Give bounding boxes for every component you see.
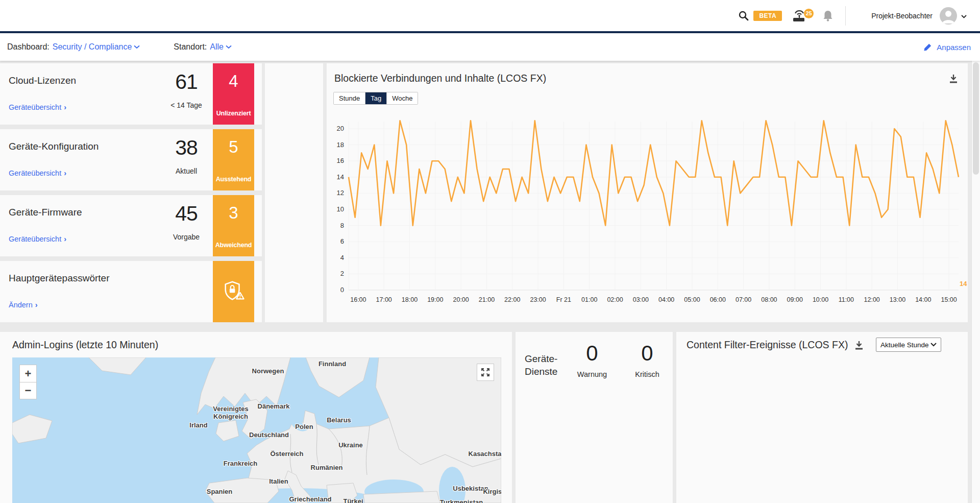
chevron-down-icon xyxy=(134,45,140,49)
status-badge: 4Unlizenziert xyxy=(213,63,254,125)
chart-title: Blockierte Verbindungen und Inhalte (LCO… xyxy=(334,73,546,84)
card-title: Geräte-Konfiguration xyxy=(9,141,99,152)
notifications-bell-icon[interactable] xyxy=(822,9,834,22)
y-tick-label: 18 xyxy=(327,141,344,149)
page-scrollbar[interactable] xyxy=(971,61,980,503)
y-tick-label: 20 xyxy=(327,125,344,132)
download-icon[interactable] xyxy=(948,74,959,86)
warnung-metric: 0 Warnung xyxy=(564,341,620,378)
empty-widget xyxy=(265,63,323,322)
expand-icon xyxy=(481,368,490,377)
y-tick-label: 6 xyxy=(327,237,344,245)
user-name: Projekt-Beobachter xyxy=(871,12,933,20)
topbar-divider xyxy=(845,6,846,26)
tab-stunde[interactable]: Stunde xyxy=(334,92,365,104)
map-graphic xyxy=(12,357,501,503)
chart-range-tabs: StundeTagWoche xyxy=(333,92,418,105)
shield-lock-warning-icon xyxy=(222,279,246,305)
time-range-select[interactable]: Aktuelle Stunde xyxy=(876,338,941,352)
y-tick-label: 8 xyxy=(327,222,344,229)
dashboard-content: Cloud-Lizenzen Geräteübersicht› 61< 14 T… xyxy=(0,61,980,503)
geraeteuebersicht-link[interactable]: Geräteübersicht› xyxy=(9,103,66,111)
card-title: Cloud-Lizenzen xyxy=(9,75,76,86)
dashboard-select[interactable]: Security / Compliance xyxy=(53,42,140,52)
status-badge: 3Abweichend xyxy=(213,195,254,256)
map-title: Admin-Logins (letzte 10 Minuten) xyxy=(12,339,158,351)
x-tick-label: 15:00 xyxy=(934,296,964,303)
europe-map[interactable]: FinnlandNorwegenDänemarkVereinigtes Köni… xyxy=(12,357,501,503)
tab-woche[interactable]: Woche xyxy=(387,92,418,104)
chevron-right-icon: › xyxy=(64,169,66,177)
chart-current-value: 14 xyxy=(960,280,967,288)
beta-badge: BETA xyxy=(753,11,782,21)
kritisch-metric: 0 Kritisch xyxy=(619,341,675,378)
y-tick-label: 10 xyxy=(327,205,344,213)
chart-x-axis: 16:0017:0018:0019:0020:0021:0022:0023:00… xyxy=(349,296,959,305)
anpassen-button[interactable]: Anpassen xyxy=(923,43,973,52)
chevron-right-icon: › xyxy=(64,103,66,111)
card-hauptgeraetepasswoerter: Hauptgerätepasswörter Ändern› xyxy=(0,261,262,322)
avatar xyxy=(940,7,957,25)
topbar: BETA 25 Projekt-Beobachter xyxy=(0,0,980,33)
standort-label: Standort: xyxy=(174,42,207,52)
tab-tag[interactable]: Tag xyxy=(365,92,387,104)
chevron-right-icon: › xyxy=(64,235,66,243)
line-chart xyxy=(349,122,959,290)
device-count-badge: 25 xyxy=(804,9,814,18)
chevron-right-icon: › xyxy=(35,301,38,309)
y-tick-label: 2 xyxy=(327,270,344,277)
search-icon[interactable] xyxy=(738,10,749,21)
geraete-dienste-panel: Geräte-Dienste 0 Warnung 0 Kritisch xyxy=(516,332,673,503)
dashboard-toolbar: Dashboard: Security / Compliance Standor… xyxy=(0,33,980,61)
dashboard-label: Dashboard: xyxy=(7,42,50,52)
geraeteuebersicht-link[interactable]: Geräteübersicht› xyxy=(9,235,66,243)
admin-logins-panel: Admin-Logins (letzte 10 Minuten) xyxy=(0,332,512,503)
panel-title: Geräte-Dienste xyxy=(525,352,557,378)
geraeteuebersicht-link[interactable]: Geräteübersicht› xyxy=(9,169,66,177)
y-tick-label: 14 xyxy=(327,173,344,181)
map-zoom-out-button[interactable]: − xyxy=(19,382,37,399)
panel-title: Content Filter-Ereignisse (LCOS FX) xyxy=(687,339,848,351)
chart-y-axis: 02468101214161820 xyxy=(327,122,344,290)
pencil-icon xyxy=(923,43,932,52)
chevron-down-icon xyxy=(226,45,232,49)
user-menu[interactable]: Projekt-Beobachter xyxy=(858,7,967,25)
scrollbar-thumb[interactable] xyxy=(973,62,979,175)
chevron-down-icon xyxy=(961,11,967,20)
y-tick-label: 4 xyxy=(327,254,344,261)
download-icon[interactable] xyxy=(854,340,864,352)
device-status-button[interactable]: 25 xyxy=(791,8,807,24)
y-tick-label: 12 xyxy=(327,189,344,197)
map-fullscreen-button[interactable] xyxy=(477,364,494,381)
aendern-link[interactable]: Ändern› xyxy=(9,301,38,309)
card-title: Hauptgerätepasswörter xyxy=(9,273,110,284)
card-cloud-lizenzen: Cloud-Lizenzen Geräteübersicht› 61< 14 T… xyxy=(0,63,262,125)
y-tick-label: 16 xyxy=(327,157,344,164)
content-filter-panel: Content Filter-Ereignisse (LCOS FX) Aktu… xyxy=(676,332,968,503)
standort-select[interactable]: Alle xyxy=(210,42,232,52)
status-badge: 5Ausstehend xyxy=(213,129,254,190)
card-geraete-konfiguration: Geräte-Konfiguration Geräteübersicht› 38… xyxy=(0,129,262,190)
blocked-connections-panel: Blockierte Verbindungen und Inhalte (LCO… xyxy=(327,63,968,322)
card-geraete-firmware: Geräte-Firmware Geräteübersicht› 45Vorga… xyxy=(0,195,262,256)
y-tick-label: 0 xyxy=(327,286,344,294)
map-zoom-in-button[interactable]: + xyxy=(19,365,37,382)
status-badge xyxy=(213,261,254,322)
chevron-down-icon xyxy=(930,343,937,347)
card-title: Geräte-Firmware xyxy=(9,207,82,218)
